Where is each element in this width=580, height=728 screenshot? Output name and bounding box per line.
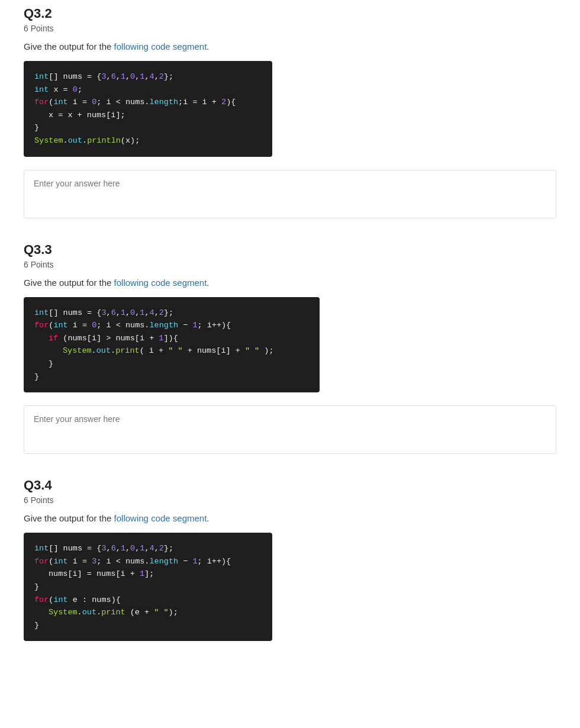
question-points-q3-4: 6 Points (24, 495, 556, 505)
code-block-q3-2: int[] nums = {3,6,1,0,1,4,2}; int x = 0;… (24, 61, 272, 157)
question-block-q3-3: Q3.3 6 Points Give the output for the fo… (24, 242, 556, 455)
prompt-highlight-q3-4: following code segment (114, 513, 207, 523)
answer-wrapper-q3-2 (24, 170, 556, 218)
answer-input-q3-2[interactable] (24, 170, 556, 218)
page-container: Q3.2 6 Points Give the output for the fo… (0, 0, 580, 699)
question-title-q3-2: Q3.2 (24, 6, 556, 21)
prompt-highlight-q3-3: following code segment (114, 278, 207, 288)
code-block-q3-3: int[] nums = {3,6,1,0,1,4,2}; for(int i … (24, 297, 320, 393)
question-title-q3-4: Q3.4 (24, 478, 556, 493)
question-points-q3-3: 6 Points (24, 260, 556, 269)
prompt-text-q3-3: Give the output for the (24, 278, 114, 288)
prompt-end-q3-4: . (207, 513, 209, 523)
question-prompt-q3-3: Give the output for the following code s… (24, 278, 556, 288)
question-points-q3-2: 6 Points (24, 24, 556, 33)
prompt-end-q3-3: . (207, 278, 209, 288)
question-prompt-q3-2: Give the output for the following code s… (24, 41, 556, 51)
prompt-text-q3-4: Give the output for the (24, 513, 114, 523)
prompt-text-q3-2: Give the output for the (24, 41, 114, 51)
question-prompt-q3-4: Give the output for the following code s… (24, 513, 556, 523)
code-block-q3-4: int[] nums = {3,6,1,0,1,4,2}; for(int i … (24, 533, 272, 641)
question-block-q3-4: Q3.4 6 Points Give the output for the fo… (24, 478, 556, 652)
answer-input-q3-3[interactable] (24, 406, 556, 453)
question-block-q3-2: Q3.2 6 Points Give the output for the fo… (24, 6, 556, 218)
question-title-q3-3: Q3.3 (24, 242, 556, 257)
prompt-highlight-q3-2: following code segment (114, 41, 207, 51)
prompt-end-q3-2: . (207, 41, 209, 51)
answer-wrapper-q3-3 (24, 405, 556, 454)
